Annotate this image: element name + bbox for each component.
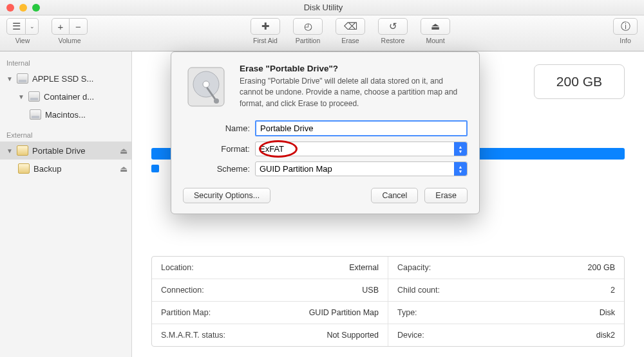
remove-volume-button[interactable]: − <box>70 18 88 35</box>
sidebar-item-container[interactable]: ▼ Container d... <box>0 87 131 105</box>
mount-label: Mount <box>426 37 444 44</box>
info-key: Child count: <box>397 286 440 295</box>
info-key: Type: <box>397 308 417 317</box>
partition-label: Partition <box>296 37 321 44</box>
updown-icon: ▲▼ <box>454 142 467 156</box>
eject-icon[interactable]: ⏏ <box>120 146 128 156</box>
sidebar: Internal ▼ APPLE SSD S... ▼ Container d.… <box>0 51 132 357</box>
chevron-down-icon: ⌄ <box>30 23 35 30</box>
dialog-title: Erase "Portable Drive"? <box>240 64 468 73</box>
info-row: S.M.A.R.T. status:Not Supported Device:d… <box>152 324 624 346</box>
chevron-down-icon: ▼ <box>6 147 13 154</box>
sidebar-icon: ☰ <box>12 21 21 32</box>
view-label: View <box>15 37 30 44</box>
first-aid-label: First Aid <box>253 37 278 44</box>
pie-icon: ◴ <box>304 21 312 32</box>
window-controls <box>6 4 40 12</box>
external-disk-icon <box>17 145 28 156</box>
info-key: S.M.A.R.T. status: <box>161 331 225 340</box>
window-title: Disk Utility <box>40 3 607 12</box>
external-disk-icon <box>18 163 30 174</box>
sidebar-item-portable-drive[interactable]: ▼ Portable Drive ⏏ <box>0 142 131 160</box>
minus-icon: − <box>75 21 81 32</box>
name-input[interactable] <box>255 120 468 136</box>
restore-button[interactable]: ↺ <box>378 18 408 35</box>
sidebar-item-label: Macintos... <box>45 110 128 120</box>
chevron-down-icon: ▼ <box>18 93 24 100</box>
updown-icon: ▲▼ <box>454 162 467 176</box>
security-options-button[interactable]: Security Options... <box>183 188 270 203</box>
minimize-button[interactable] <box>19 4 27 12</box>
info-val: GUID Partition Map <box>309 308 379 317</box>
info-val: Disk <box>600 308 615 317</box>
info-val: 200 GB <box>588 263 615 272</box>
cancel-button[interactable]: Cancel <box>371 188 418 203</box>
mount-button[interactable]: ⏏ <box>421 18 450 35</box>
sidebar-item-macintosh[interactable]: Macintos... <box>0 105 131 124</box>
info-label: Info <box>620 37 631 44</box>
first-aid-button[interactable]: ✚ <box>251 18 280 35</box>
titlebar: Disk Utility <box>0 0 644 15</box>
info-row: Partition Map:GUID Partition Map Type:Di… <box>152 302 624 324</box>
info-key: Connection: <box>161 286 204 295</box>
sidebar-item-label: Backup <box>33 164 116 174</box>
info-icon: ⓘ <box>621 21 630 33</box>
info-key: Capacity: <box>397 263 431 272</box>
format-value: ExFAT <box>260 144 284 154</box>
format-label: Format: <box>191 144 255 154</box>
volume-label: Volume <box>58 37 80 44</box>
view-menu-button[interactable]: ⌄ <box>26 18 39 35</box>
sidebar-item-label: Portable Drive <box>32 146 116 156</box>
plus-icon: + <box>58 21 64 32</box>
svg-point-2 <box>203 81 209 87</box>
info-row: Location:External Capacity:200 GB <box>152 257 624 279</box>
sidebar-item-apple-ssd[interactable]: ▼ APPLE SSD S... <box>0 69 131 87</box>
mount-icon: ⏏ <box>431 21 440 32</box>
sidebar-toggle-button[interactable]: ☰ <box>6 18 26 35</box>
name-label: Name: <box>191 124 255 133</box>
scheme-label: Scheme: <box>191 164 255 174</box>
info-val: USB <box>362 286 379 295</box>
sidebar-item-backup[interactable]: Backup ⏏ <box>0 160 131 178</box>
close-button[interactable] <box>6 4 14 12</box>
sidebar-item-label: Container d... <box>44 92 128 102</box>
zoom-button[interactable] <box>32 4 40 12</box>
info-key: Partition Map: <box>161 308 211 317</box>
format-select[interactable]: ExFAT ▲▼ <box>255 142 468 156</box>
restore-label: Restore <box>381 37 405 44</box>
internal-disk-icon <box>30 109 41 120</box>
erase-label: Erase <box>341 37 359 44</box>
restore-icon: ↺ <box>389 21 397 32</box>
internal-disk-icon <box>28 91 40 102</box>
scheme-select[interactable]: GUID Partition Map ▲▼ <box>255 161 468 176</box>
stethoscope-icon: ✚ <box>261 21 270 32</box>
info-val: 2 <box>611 286 615 295</box>
svg-point-3 <box>214 98 219 104</box>
add-volume-button[interactable]: + <box>52 18 70 35</box>
sidebar-item-label: APPLE SSD S... <box>32 74 128 84</box>
info-key: Device: <box>397 331 424 340</box>
info-val: disk2 <box>596 331 615 340</box>
info-val: External <box>349 263 379 272</box>
internal-disk-icon <box>17 73 28 84</box>
info-row: Connection:USB Child count:2 <box>152 279 624 302</box>
chevron-down-icon: ▼ <box>6 75 13 82</box>
erase-confirm-button[interactable]: Erase <box>424 188 468 203</box>
erase-icon: ⌫ <box>344 21 357 32</box>
erase-dialog: Erase "Portable Drive"? Erasing "Portabl… <box>171 51 480 214</box>
sidebar-section-internal: Internal <box>0 57 131 69</box>
toolbar: ☰ ⌄ View + − Volume ✚ First Aid ◴ Partit… <box>0 15 644 51</box>
capacity-box: 200 GB <box>534 64 625 99</box>
scheme-value: GUID Partition Map <box>260 164 332 174</box>
info-key: Location: <box>161 263 194 272</box>
info-val: Not Supported <box>327 331 379 340</box>
dialog-description: Erasing "Portable Drive" will delete all… <box>240 76 468 109</box>
sidebar-section-external: External <box>0 129 131 142</box>
capacity-legend-swatch <box>151 165 159 172</box>
info-panel: Location:External Capacity:200 GB Connec… <box>151 256 625 347</box>
erase-button[interactable]: ⌫ <box>336 18 365 35</box>
partition-button[interactable]: ◴ <box>293 18 323 35</box>
info-button[interactable]: ⓘ <box>613 18 638 35</box>
hard-drive-icon <box>183 64 229 110</box>
eject-icon[interactable]: ⏏ <box>120 164 128 174</box>
